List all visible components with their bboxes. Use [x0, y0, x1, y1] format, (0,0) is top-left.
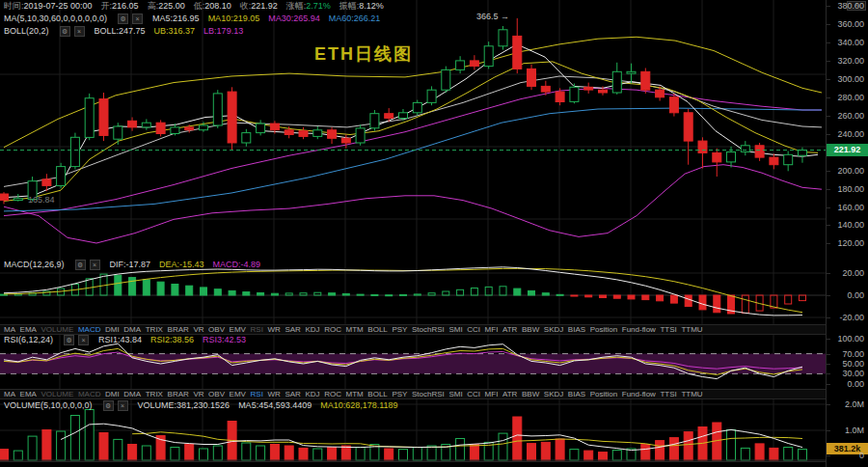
- tab-boll[interactable]: BOLL: [367, 324, 387, 335]
- tab-obv[interactable]: OBV: [208, 389, 225, 399]
- tab-position[interactable]: Position: [590, 389, 617, 399]
- gear-icon[interactable]: ⚙: [103, 400, 114, 411]
- tab-macd[interactable]: MACD: [78, 389, 101, 399]
- tab-atr[interactable]: ATR: [502, 389, 517, 399]
- tab-brar[interactable]: BRAR: [168, 389, 189, 399]
- tab-sar[interactable]: SAR: [285, 389, 300, 399]
- macd-hist-bar: [585, 295, 592, 297]
- tab-vr[interactable]: VR: [193, 324, 203, 335]
- tab-skdj[interactable]: SKDJ: [544, 324, 563, 335]
- macd-hist-bar: [785, 295, 792, 304]
- tab-dmi[interactable]: DMI: [105, 324, 120, 335]
- volume-bar-up: [200, 449, 208, 460]
- tab-psy[interactable]: PSY: [392, 324, 407, 335]
- candle-up: [213, 94, 222, 125]
- gear-icon[interactable]: ⚙: [60, 26, 70, 37]
- macd-hist-bar: [300, 293, 307, 295]
- tab-fund-flow[interactable]: Fund-flow: [622, 324, 656, 335]
- tab-kdj[interactable]: KDJ: [305, 389, 319, 399]
- tab-bias[interactable]: BIAS: [568, 389, 585, 399]
- volume-bar-up: [114, 439, 122, 460]
- tab-atr[interactable]: ATR: [502, 324, 517, 335]
- tab-rsi[interactable]: RSI: [251, 389, 263, 399]
- tab-ttsi[interactable]: TTSI: [660, 324, 676, 335]
- macd-hist-bar: [342, 293, 349, 295]
- volume-bar-down: [641, 445, 650, 461]
- tab-trix[interactable]: TRIX: [146, 324, 163, 335]
- tab-ma[interactable]: MA: [4, 389, 15, 399]
- gear-icon[interactable]: ⚙: [75, 260, 86, 270]
- candle-up: [14, 199, 22, 201]
- tab-vr[interactable]: VR: [193, 389, 203, 399]
- tab-emv[interactable]: EMV: [230, 389, 246, 399]
- tab-rsi[interactable]: RSI: [251, 324, 263, 335]
- tab-wr[interactable]: WR: [267, 324, 280, 335]
- tab-dma[interactable]: DMA: [123, 324, 141, 335]
- volume-bar-down: [328, 448, 337, 461]
- tab-volume[interactable]: VOLUME: [41, 324, 74, 335]
- macd-hist-bar: [457, 289, 464, 295]
- volume-bar-down: [42, 430, 51, 461]
- tab-obv[interactable]: OBV: [208, 324, 225, 335]
- ohlc-field-0: 时间:2019-07-25 00:00: [4, 1, 93, 12]
- tab-bbw[interactable]: BBW: [522, 324, 539, 335]
- tab-wr[interactable]: WR: [267, 389, 280, 399]
- tab-ttsi[interactable]: TTSI: [660, 389, 676, 399]
- tab-brar[interactable]: BRAR: [168, 324, 189, 335]
- tab-ma[interactable]: MA: [4, 324, 15, 335]
- tab-mfi[interactable]: MFI: [485, 324, 499, 335]
- tab-smi[interactable]: SMI: [448, 324, 462, 335]
- ma-value-3: MA60:266.21: [329, 14, 381, 24]
- tab-ttmu[interactable]: TTMU: [681, 389, 702, 399]
- price-axis[interactable]: 221.92 381.2k ^ 380.00360.00340.00320.00…: [826, 0, 868, 467]
- tab-ema[interactable]: EMA: [20, 324, 37, 335]
- boll-value-2: LB:179.13: [203, 26, 243, 37]
- tab-mtm[interactable]: MTM: [346, 389, 364, 399]
- tab-position[interactable]: Position: [590, 324, 617, 335]
- tab-dmi[interactable]: DMI: [105, 389, 120, 399]
- tab-trix[interactable]: TRIX: [146, 389, 163, 399]
- candle-up: [427, 90, 436, 102]
- main-candlestick-pane[interactable]: [0, 0, 827, 259]
- volume-bar-up: [14, 451, 22, 460]
- close-indicator-icon[interactable]: ×: [132, 14, 143, 24]
- main-axis-label: 280.00: [837, 93, 864, 102]
- tab-sar[interactable]: SAR: [285, 324, 300, 335]
- volume-bar-up: [799, 450, 807, 460]
- main-axis-label: 380.00: [837, 1, 864, 11]
- tab-roc[interactable]: ROC: [324, 324, 341, 335]
- tab-roc[interactable]: ROC: [324, 389, 341, 399]
- tab-ttmu[interactable]: TTMU: [681, 324, 702, 335]
- tab-fund-flow[interactable]: Fund-flow: [622, 389, 656, 399]
- tab-bias[interactable]: BIAS: [568, 324, 585, 335]
- close-indicator-icon[interactable]: ×: [90, 260, 100, 270]
- tab-cci[interactable]: CCI: [467, 389, 480, 399]
- tab-kdj[interactable]: KDJ: [305, 324, 319, 335]
- tab-bbw[interactable]: BBW: [522, 389, 539, 399]
- vol-value-0: VOLUME:381,230.1526: [138, 400, 231, 411]
- tab-macd[interactable]: MACD: [78, 324, 101, 335]
- tab-dma[interactable]: DMA: [123, 389, 141, 399]
- candle-up: [570, 87, 579, 101]
- rsi-axis-label: 0.00: [847, 379, 864, 389]
- macd-hist-bar: [514, 288, 521, 295]
- close-indicator-icon[interactable]: ×: [78, 335, 89, 345]
- tab-mfi[interactable]: MFI: [485, 389, 499, 399]
- close-indicator-icon[interactable]: ×: [74, 26, 85, 37]
- tab-smi[interactable]: SMI: [448, 389, 462, 399]
- gear-icon[interactable]: ⚙: [64, 335, 74, 345]
- tab-boll[interactable]: BOLL: [367, 389, 387, 399]
- tab-skdj[interactable]: SKDJ: [544, 389, 563, 399]
- close-indicator-icon[interactable]: ×: [118, 400, 128, 411]
- gear-icon[interactable]: ⚙: [118, 14, 128, 24]
- tab-stochrsi[interactable]: StochRSI: [412, 324, 445, 335]
- volume-bar-down: [755, 444, 764, 460]
- tab-mtm[interactable]: MTM: [346, 324, 364, 335]
- tab-ema[interactable]: EMA: [20, 389, 37, 399]
- volume-bar-up: [70, 416, 79, 461]
- tab-emv[interactable]: EMV: [230, 324, 246, 335]
- tab-volume[interactable]: VOLUME: [41, 389, 74, 399]
- tab-cci[interactable]: CCI: [467, 324, 480, 335]
- tab-psy[interactable]: PSY: [392, 389, 407, 399]
- tab-stochrsi[interactable]: StochRSI: [412, 389, 445, 399]
